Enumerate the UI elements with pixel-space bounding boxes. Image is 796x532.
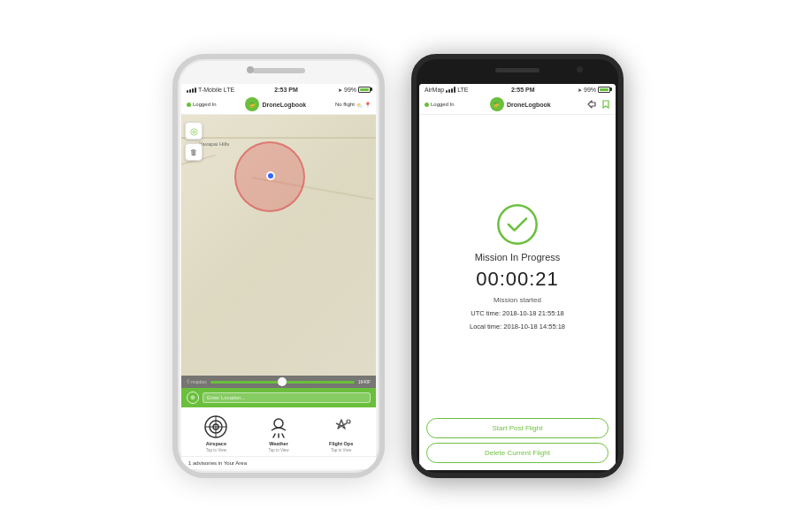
svg-point-11 <box>498 205 536 243</box>
mission-content: Mission In Progress 00:00:21 Mission sta… <box>419 115 616 418</box>
battery-icon <box>358 87 371 93</box>
app-name-label-black: DroneLogbook <box>507 102 551 108</box>
search-bar: ⊕ Enter Location... <box>181 388 376 407</box>
logo-area: 🚁 DroneLogbook <box>245 97 306 111</box>
airspace-button[interactable]: Airspace Tap to View <box>203 414 228 452</box>
network-label: LTE <box>224 87 234 93</box>
weather-label: Weather <box>269 441 288 446</box>
status-right-black: ➤ 99% <box>578 87 610 93</box>
app-name-label: DroneLogbook <box>262 102 306 108</box>
logged-in-dot-black <box>425 103 429 107</box>
bottom-buttons: Start Post Flight Delete Current Flight <box>419 418 616 470</box>
advisory-bar: 1 advisories in Your Area <box>181 456 376 469</box>
airspace-label: Airspace <box>206 441 226 446</box>
flight-ops-button[interactable]: Flight Ops Tap to View <box>329 414 354 452</box>
mission-utc-time: UTC time: 2018-10-18 21:55:18 <box>471 309 563 317</box>
location-pin-icon: 📍 <box>364 102 371 108</box>
no-flight-label: No flight <box>335 102 355 107</box>
carrier-label: T-Mobile <box>198 87 222 93</box>
share-icon[interactable] <box>586 98 599 110</box>
no-flight-status: No flight ⛅ 📍 <box>335 102 371 108</box>
weather-icon-svg <box>266 414 291 439</box>
logged-in-dot <box>187 103 191 107</box>
location-search-icon: ⊕ <box>187 391 199 404</box>
flightops-sub: Tap to View <box>331 448 351 452</box>
logged-in-label: Logged In <box>193 102 217 107</box>
white-iphone: T-Mobile LTE 2:53 PM ➤ 99% Logged In <box>172 54 385 478</box>
altitude-value: 1640F <box>358 379 371 384</box>
airspace-sub: Tap to View <box>206 448 226 452</box>
weather-sub: Tap to View <box>268 448 288 452</box>
weather-cloud-icon: ⛅ <box>356 102 363 108</box>
target-button[interactable]: ◎ <box>185 122 203 140</box>
logged-in-label-black: Logged In <box>431 102 455 107</box>
header-actions <box>586 98 610 110</box>
white-phone-screen: T-Mobile LTE 2:53 PM ➤ 99% Logged In <box>181 84 376 469</box>
status-right: ➤ 99% <box>338 87 371 93</box>
drone-position-dot <box>266 171 275 180</box>
carrier-label-black: AirMap <box>425 87 444 93</box>
status-bar-white: T-Mobile LTE 2:53 PM ➤ 99% <box>181 84 376 95</box>
battery-percentage: 99% <box>344 87 356 93</box>
mission-title: Mission In Progress <box>475 252 561 262</box>
post-flight-label: Start Post Flight <box>493 424 543 432</box>
battery-percentage-black: 99% <box>584 87 596 93</box>
logged-in-badge: Logged In <box>187 102 217 107</box>
status-left-black: AirMap LTE <box>425 86 469 93</box>
mission-started-label: Mission started <box>494 296 541 304</box>
signal-bars <box>187 86 196 93</box>
location-arrow: ➤ <box>338 87 342 93</box>
location-arrow-black: ➤ <box>578 87 582 93</box>
flightops-icon-svg <box>329 414 354 439</box>
map-toolbar: ◎ 🗑 <box>185 122 203 161</box>
mission-check-icon <box>495 202 540 247</box>
map-area[interactable]: Diamond Valley Yavapai Hills ◎ 🗑 <box>181 115 376 388</box>
black-phone-screen: AirMap LTE 2:55 PM ➤ 99% <box>419 84 616 470</box>
app-logo-icon-black: 🚁 <box>490 97 504 111</box>
flightops-label: Flight Ops <box>329 441 353 446</box>
app-logo-icon: 🚁 <box>245 97 259 111</box>
network-label-black: LTE <box>457 87 468 93</box>
black-android-phone: AirMap LTE 2:55 PM ➤ 99% <box>411 54 624 478</box>
mission-timer: 00:00:21 <box>476 268 559 291</box>
weather-icon-symbol <box>266 414 291 439</box>
svg-line-8 <box>282 434 284 437</box>
altitude-slider-thumb[interactable] <box>278 377 287 386</box>
mapbox-credit: © mapbox <box>187 379 207 384</box>
mission-local-time: Local time: 2018-10-18 14:55:18 <box>470 323 565 331</box>
svg-point-10 <box>348 422 348 422</box>
battery-icon-black <box>598 87 610 93</box>
post-flight-button[interactable]: Start Post Flight <box>426 418 608 438</box>
status-bar-black: AirMap LTE 2:55 PM ➤ 99% <box>419 84 616 95</box>
logo-area-black: 🚁 DroneLogbook <box>490 97 551 111</box>
advisory-text: 1 advisories in Your Area <box>188 460 247 466</box>
delete-button[interactable]: 🗑 <box>185 143 203 161</box>
svg-line-6 <box>273 434 275 437</box>
delete-flight-button[interactable]: Delete Current Flight <box>426 443 608 463</box>
header-black: Logged In 🚁 DroneLogbook <box>419 95 616 115</box>
bottom-navigation-icons: Airspace Tap to View Weather <box>181 407 376 456</box>
map-road-h1 <box>181 137 376 139</box>
status-left: T-Mobile LTE <box>187 86 234 93</box>
weather-button[interactable]: Weather Tap to View <box>266 414 291 452</box>
location-search-input[interactable]: Enter Location... <box>203 392 371 403</box>
header-white: Logged In 🚁 DroneLogbook No flight ⛅ 📍 <box>181 95 376 115</box>
logged-in-badge-black: Logged In <box>425 102 455 107</box>
delete-flight-label: Delete Current Flight <box>485 449 550 457</box>
svg-point-5 <box>274 419 283 428</box>
search-placeholder: Enter Location... <box>207 395 246 400</box>
altitude-slider-track[interactable] <box>210 381 355 384</box>
time-label: 2:53 PM <box>274 87 297 93</box>
airspace-icon-svg <box>203 414 228 439</box>
bookmark-icon[interactable] <box>601 100 610 109</box>
altitude-slider-bar: © mapbox 1640F <box>181 376 376 388</box>
airspace-icon-symbol <box>203 414 228 439</box>
signal-bars-black <box>446 86 455 93</box>
flightops-icon-symbol <box>329 414 354 439</box>
time-label-black: 2:55 PM <box>511 87 534 93</box>
map-label-yavapai: Yavapai Hills <box>199 141 229 147</box>
